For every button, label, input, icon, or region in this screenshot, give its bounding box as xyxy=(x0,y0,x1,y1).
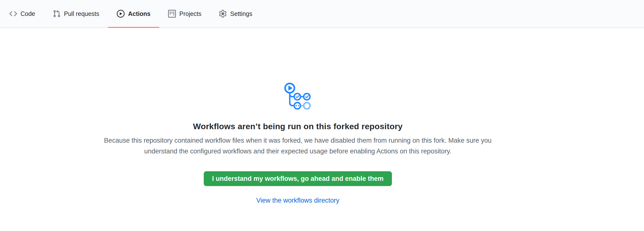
repo-nav: Code Pull requests Actions Projects Sett… xyxy=(0,0,644,28)
actions-disabled-page: Workflows aren’t being run on this forke… xyxy=(0,28,644,204)
blankslate: Workflows aren’t being run on this forke… xyxy=(0,28,596,204)
blankslate-description: Because this repository contained workfl… xyxy=(100,135,496,157)
workflow-graph-icon xyxy=(284,83,312,110)
project-board-icon xyxy=(168,10,176,18)
tab-settings[interactable]: Settings xyxy=(210,0,261,28)
tab-label: Pull requests xyxy=(64,11,100,17)
tab-actions[interactable]: Actions xyxy=(108,0,159,28)
enable-workflows-button[interactable]: I understand my workflows, go ahead and … xyxy=(204,171,392,186)
tab-label: Projects xyxy=(179,11,201,17)
git-pull-request-icon xyxy=(53,10,60,18)
tab-label: Actions xyxy=(128,11,150,17)
tab-code[interactable]: Code xyxy=(0,0,44,28)
page-title: Workflows aren’t being run on this forke… xyxy=(0,122,596,131)
tab-pull-requests[interactable]: Pull requests xyxy=(44,0,108,28)
view-workflows-directory-link[interactable]: View the workflows directory xyxy=(256,197,339,204)
gear-icon xyxy=(219,10,227,18)
tab-label: Settings xyxy=(230,11,252,17)
tab-projects[interactable]: Projects xyxy=(159,0,210,28)
tab-label: Code xyxy=(20,11,35,17)
code-icon xyxy=(9,10,17,18)
play-circle-icon xyxy=(117,10,124,18)
